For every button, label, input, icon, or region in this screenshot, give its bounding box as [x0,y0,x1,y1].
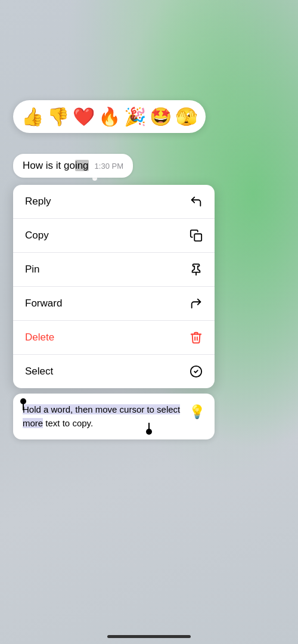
svg-rect-0 [194,234,201,241]
pin-icon [190,263,203,276]
copy-icon [190,229,203,242]
emoji-star-eyes[interactable]: 🤩 [150,106,172,127]
emoji-thumbs-up[interactable]: 👍 [21,106,44,127]
select-icon [190,365,203,378]
emoji-thumbs-down[interactable]: 👎 [47,106,69,127]
delete-label: Delete [25,332,54,343]
tip-highlight: Hold a word, then move cursor to select … [23,404,180,428]
reply-icon [190,195,203,208]
menu-item-pin[interactable]: Pin [13,253,215,287]
forward-label: Forward [25,298,62,309]
reply-label: Reply [25,196,51,208]
emoji-peek[interactable]: 🫣 [175,106,197,127]
emoji-fire[interactable]: 🔥 [98,106,120,127]
menu-item-forward[interactable]: Forward [13,287,215,321]
tip-text: Hold a word, then move cursor to select … [23,404,180,428]
menu-item-copy[interactable]: Copy [13,219,215,253]
menu-item-select[interactable]: Select [13,355,215,388]
emoji-party[interactable]: 🎉 [124,106,146,127]
home-indicator [107,635,191,638]
selected-text: ing [75,160,89,171]
emoji-reaction-bar: 👍 👎 ❤️ 🔥 🎉 🤩 🫣 [13,100,206,133]
menu-item-reply[interactable]: Reply [13,185,215,219]
delete-icon [190,331,203,344]
copy-label: Copy [25,230,49,242]
select-label: Select [25,366,53,377]
cursor-dot-bottom [146,429,152,435]
tip-box: Hold a word, then move cursor to select … [13,394,215,439]
message-bubble: How is it going 1:30 PM [13,154,133,178]
lightbulb-icon: 💡 [189,404,205,420]
message-time: 1:30 PM [95,162,123,171]
menu-item-delete[interactable]: Delete [13,321,215,355]
emoji-heart[interactable]: ❤️ [73,106,95,127]
pin-label: Pin [25,264,40,275]
context-menu: Reply Copy Pin [13,185,215,388]
cursor-line-top [23,402,24,410]
message-text: How is it going [23,160,89,172]
tip-text-area: Hold a word, then move cursor to select … [23,403,182,430]
forward-icon [190,297,203,310]
